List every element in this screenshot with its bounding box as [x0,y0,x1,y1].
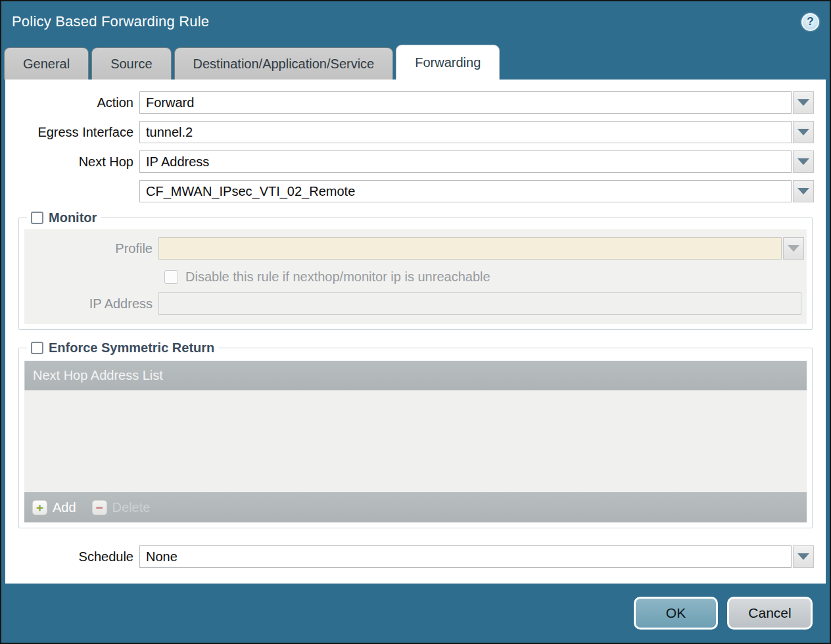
delete-button-label: Delete [112,500,151,515]
chevron-down-icon [797,158,809,165]
enforce-symmetric-return-section: Enforce Symmetric Return Next Hop Addres… [18,340,813,528]
action-label: Action [5,95,139,110]
chevron-down-icon [797,99,809,106]
monitor-ip-input [158,292,801,315]
chevron-down-icon [797,553,809,560]
action-row: Action [5,91,814,114]
plus-icon: + [32,500,47,515]
profile-input [158,237,782,260]
egress-interface-row: Egress Interface [5,121,814,143]
schedule-input[interactable] [139,545,792,568]
disable-rule-label: Disable this rule if nexthop/monitor ip … [185,269,490,285]
monitor-legend-label: Monitor [49,210,97,225]
schedule-dropdown-button[interactable] [793,545,814,568]
policy-based-forwarding-dialog: Policy Based Forwarding Rule ? General S… [0,0,831,644]
chevron-down-icon [788,245,799,252]
chevron-down-icon [797,188,809,195]
add-button[interactable]: + Add [32,500,76,515]
next-hop-row: Next Hop [5,150,814,173]
cancel-button[interactable]: Cancel [727,597,813,630]
enforce-symmetric-return-legend: Enforce Symmetric Return [27,340,218,356]
next-hop-address-list-header[interactable]: Next Hop Address List [24,361,807,390]
action-dropdown-button[interactable] [793,91,814,114]
monitor-checkbox[interactable] [31,212,43,224]
monitor-section: Monitor Profile Disable this rule if nex… [18,210,813,330]
disable-rule-row: Disable this rule if nexthop/monitor ip … [164,269,804,285]
next-hop-type-dropdown-button[interactable] [793,150,814,173]
tab-general[interactable]: General [4,47,89,80]
next-hop-label: Next Hop [5,154,139,170]
tab-bar: General Source Destination/Application/S… [1,42,830,80]
schedule-label: Schedule [5,549,139,564]
egress-interface-label: Egress Interface [5,125,139,140]
minus-icon: − [92,500,107,515]
add-button-label: Add [53,500,76,515]
delete-button: − Delete [92,500,151,515]
action-input[interactable] [139,91,792,114]
enforce-symmetric-return-label: Enforce Symmetric Return [49,340,214,356]
egress-interface-input[interactable] [139,121,792,143]
tab-forwarding[interactable]: Forwarding [396,45,500,80]
next-hop-address-dropdown-button[interactable] [793,180,814,202]
help-icon[interactable]: ? [801,13,819,31]
monitor-profile-row: Profile [24,237,804,260]
enforce-symmetric-return-checkbox[interactable] [31,342,43,354]
dialog-footer: OK Cancel [1,584,830,643]
table-toolbar: + Add − Delete [24,492,807,522]
next-hop-value-row [5,180,814,202]
egress-interface-dropdown-button[interactable] [793,121,814,143]
profile-dropdown-button [783,237,804,260]
chevron-down-icon [797,129,809,135]
dialog-title: Policy Based Forwarding Rule [12,13,209,30]
tab-source[interactable]: Source [91,47,171,80]
monitor-panel: Profile Disable this rule if nexthop/mon… [24,229,807,324]
disable-rule-checkbox [164,270,178,284]
ok-button[interactable]: OK [634,597,718,630]
monitor-ip-label: IP Address [24,296,158,311]
schedule-row: Schedule [5,545,814,568]
next-hop-type-input[interactable] [139,150,792,173]
monitor-legend: Monitor [27,210,101,225]
monitor-ip-row: IP Address [24,292,801,315]
dialog-title-bar: Policy Based Forwarding Rule ? [1,1,830,42]
next-hop-address-input[interactable] [139,180,792,202]
tab-destination-application-service[interactable]: Destination/Application/Service [174,47,394,80]
forwarding-tab-panel: Action Egress Interface Next Hop [5,80,826,584]
profile-label: Profile [24,241,158,256]
next-hop-address-list-body[interactable] [24,390,807,492]
next-hop-address-table: Next Hop Address List + Add − Delete [24,361,807,522]
